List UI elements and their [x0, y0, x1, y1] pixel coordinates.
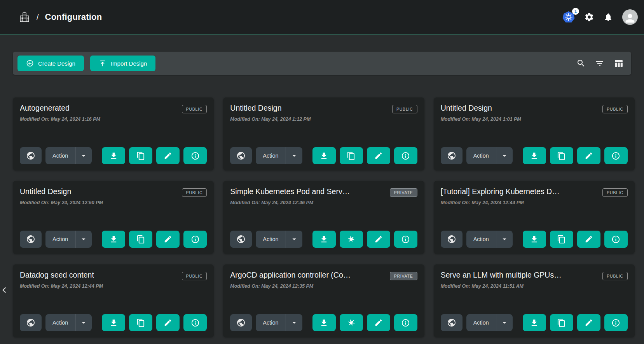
- info-button[interactable]: [604, 147, 628, 164]
- modified-on-text: Modified On: May 24, 2024 12:44 PM: [441, 200, 628, 205]
- action-dropdown-button[interactable]: [286, 314, 302, 331]
- copy-button[interactable]: [550, 314, 573, 331]
- action-button[interactable]: Action: [45, 314, 75, 331]
- action-button[interactable]: Action: [256, 147, 285, 164]
- visibility-globe-button[interactable]: [441, 231, 462, 248]
- info-button[interactable]: [394, 147, 417, 164]
- edit-button[interactable]: [577, 147, 600, 164]
- info-button[interactable]: [183, 314, 207, 331]
- create-design-label: Create Design: [38, 60, 75, 67]
- visibility-globe-button[interactable]: [20, 231, 42, 248]
- edit-button[interactable]: [367, 314, 390, 331]
- action-dropdown-button[interactable]: [286, 231, 302, 248]
- download-button[interactable]: [312, 231, 336, 248]
- download-button[interactable]: [102, 314, 125, 331]
- visibility-globe-button[interactable]: [20, 314, 42, 331]
- download-button[interactable]: [102, 231, 125, 248]
- card-header: Simple Kubernetes Pod and Serv… PRIVATE: [230, 187, 417, 197]
- filter-list-icon: [595, 59, 604, 68]
- action-button[interactable]: Action: [45, 147, 75, 164]
- download-button[interactable]: [312, 147, 336, 164]
- info-button[interactable]: [394, 314, 417, 331]
- action-split-button: Action: [45, 231, 92, 248]
- card-header: Untitled Design PUBLIC: [441, 104, 628, 113]
- pencil-icon: [374, 318, 383, 327]
- design-title: Datadog seed content: [20, 271, 94, 280]
- visibility-badge: PRIVATE: [390, 188, 417, 197]
- action-split-button: Action: [256, 314, 302, 331]
- copy-button[interactable]: [129, 231, 152, 248]
- org-logo[interactable]: / Configuration: [19, 10, 102, 24]
- action-dropdown-button[interactable]: [496, 147, 513, 164]
- action-button[interactable]: Action: [45, 231, 75, 248]
- visibility-badge: PUBLIC: [602, 272, 628, 280]
- visibility-globe-button[interactable]: [20, 147, 42, 164]
- action-button[interactable]: Action: [466, 231, 496, 248]
- download-icon: [530, 318, 539, 327]
- copy-button[interactable]: [340, 147, 363, 164]
- visibility-globe-button[interactable]: [230, 147, 252, 164]
- edit-button[interactable]: [577, 231, 600, 248]
- visibility-globe-button[interactable]: [230, 314, 252, 331]
- notifications-button[interactable]: [604, 12, 613, 22]
- action-button[interactable]: Action: [256, 314, 285, 331]
- download-button[interactable]: [312, 314, 336, 331]
- action-button[interactable]: Action: [466, 147, 496, 164]
- info-button[interactable]: [183, 231, 207, 248]
- edit-button[interactable]: [577, 314, 600, 331]
- action-dropdown-button[interactable]: [496, 314, 513, 331]
- swirl-button[interactable]: [340, 314, 363, 331]
- import-design-button[interactable]: Import Design: [90, 56, 155, 71]
- copy-button[interactable]: [550, 231, 573, 248]
- copy-button[interactable]: [129, 147, 152, 164]
- info-button[interactable]: [604, 231, 628, 248]
- card-action-row: Action: [230, 231, 417, 248]
- design-title: Untitled Design: [20, 187, 71, 196]
- download-button[interactable]: [523, 314, 546, 331]
- action-split-button: Action: [45, 147, 92, 164]
- card-header: Datadog seed content PUBLIC: [20, 271, 207, 280]
- visibility-globe-button[interactable]: [441, 314, 462, 331]
- card-header: Untitled Design PUBLIC: [230, 104, 417, 113]
- user-avatar[interactable]: [622, 9, 638, 25]
- kubernetes-context-button[interactable]: 1: [562, 11, 575, 23]
- action-split-button: Action: [466, 231, 513, 248]
- table-view-button[interactable]: [614, 59, 623, 68]
- visibility-globe-button[interactable]: [441, 147, 462, 164]
- copy-button[interactable]: [550, 147, 573, 164]
- action-button[interactable]: Action: [256, 231, 285, 248]
- info-button[interactable]: [394, 231, 417, 248]
- drawer-collapse-button[interactable]: [0, 284, 10, 296]
- download-button[interactable]: [523, 147, 546, 164]
- edit-button[interactable]: [156, 314, 180, 331]
- action-dropdown-button[interactable]: [75, 231, 92, 248]
- filter-button[interactable]: [595, 59, 604, 68]
- action-dropdown-button[interactable]: [286, 147, 302, 164]
- design-title: Serve an LLM with multiple GPUs…: [441, 271, 562, 280]
- info-button[interactable]: [604, 314, 628, 331]
- action-dropdown-button[interactable]: [496, 231, 513, 248]
- action-dropdown-button[interactable]: [75, 314, 92, 331]
- building-icon: [19, 10, 30, 24]
- info-button[interactable]: [183, 147, 207, 164]
- download-button[interactable]: [523, 231, 546, 248]
- add-circle-icon: [26, 59, 34, 67]
- settings-button[interactable]: [584, 12, 594, 22]
- pencil-icon: [374, 151, 383, 160]
- swirl-button[interactable]: [340, 231, 363, 248]
- download-button[interactable]: [102, 147, 125, 164]
- info-icon: [401, 235, 410, 244]
- edit-button[interactable]: [367, 231, 390, 248]
- visibility-globe-button[interactable]: [230, 231, 252, 248]
- edit-button[interactable]: [367, 147, 390, 164]
- create-design-button[interactable]: Create Design: [17, 56, 84, 71]
- edit-button[interactable]: [156, 147, 180, 164]
- copy-button[interactable]: [129, 314, 152, 331]
- design-card: Serve an LLM with multiple GPUs… PUBLIC …: [434, 264, 635, 337]
- action-button[interactable]: Action: [466, 314, 496, 331]
- edit-button[interactable]: [156, 231, 180, 248]
- search-button[interactable]: [576, 59, 586, 68]
- navbar-actions: 1: [562, 9, 638, 25]
- info-icon: [401, 318, 410, 327]
- action-dropdown-button[interactable]: [75, 147, 92, 164]
